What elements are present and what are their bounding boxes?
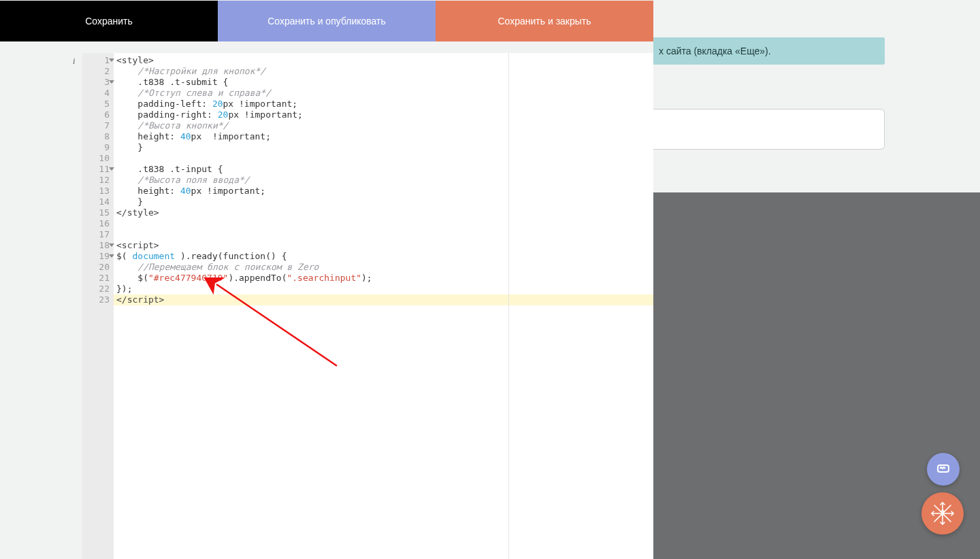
snowflake-help-icon: ? [930,501,956,526]
svg-text:?: ? [940,509,945,518]
line-number: 13 [82,186,110,197]
code-text: } [137,197,143,207]
line-number: 17 [82,229,110,240]
line-number: 7 [82,120,110,131]
line-number: 22 [82,284,110,294]
code-text: .t838 .t-input { [137,164,223,174]
save-close-button[interactable]: Сохранить и закрыть [436,1,653,41]
code-text: 20 [212,99,223,109]
chat-fab[interactable] [927,453,960,486]
code-text: height: [137,131,180,141]
info-hint-bar: х сайта (вкладка «Еще»). [653,37,885,65]
line-number: 8 [82,131,110,142]
editor-gutter: 1234567891011121314151617181920212223 [82,53,114,559]
code-text: /*Высота поля ввода*/ [137,175,249,185]
code-text: padding-right: [137,109,217,120]
code-text: "#rec477940719" [148,273,228,283]
save-button[interactable]: Сохранить [0,1,218,41]
code-text: </style> [116,207,159,218]
code-text: 40 [180,131,191,141]
action-toolbar: Сохранить Сохранить и опубликовать Сохра… [0,1,653,41]
code-text: padding-left: [137,99,212,109]
code-text: } [137,142,143,152]
line-number: 14 [82,197,110,207]
line-number: 5 [82,99,110,109]
code-editor[interactable]: 1234567891011121314151617181920212223 <s… [82,53,653,559]
code-text: $( [116,251,132,261]
chat-icon [935,461,951,477]
code-text: px !important; [191,131,271,141]
info-hint-text: х сайта (вкладка «Еще»). [659,46,771,56]
code-text: <script> [116,240,159,250]
code-text: <style> [116,55,154,65]
line-number: 21 [82,273,110,284]
line-number: 1 [82,55,110,66]
line-number: 4 [82,88,110,99]
code-text: 20 [218,109,229,120]
save-publish-button[interactable]: Сохранить и опубликовать [218,1,436,41]
editor-code[interactable]: <style> /*Настройки для кнопок*/ .t838 .… [114,53,653,559]
code-text: height: [137,186,180,196]
code-text: $( [137,273,148,283]
settings-input-outline[interactable] [653,109,885,150]
code-text: 40 [180,186,191,196]
code-text: px !important; [228,109,303,120]
code-text: .t838 .t-submit { [137,77,228,87]
code-text: px !important; [223,99,298,109]
code-text: ).appendTo( [228,273,287,283]
code-text: px !important; [191,186,266,196]
code-text: }); [116,284,132,294]
line-number: 9 [82,142,110,153]
line-number: 11 [82,164,110,175]
print-margin [508,53,509,559]
code-text: </script> [116,294,164,305]
help-fab[interactable]: ? [921,492,964,535]
line-number: 20 [82,262,110,273]
code-text: //Перемещаем блок с поиском в Zero [137,262,318,272]
line-number: 23 [82,294,110,305]
line-number: 19 [82,251,110,262]
line-number: 6 [82,109,110,120]
code-text: /*Высота кнопки*/ [137,120,228,131]
code-text: ); [361,273,372,283]
code-text: ".searchinput" [287,273,361,283]
line-number: 18 [82,240,110,251]
line-number: 16 [82,218,110,229]
code-text: /*Настройки для кнопок*/ [137,66,265,76]
line-number: 10 [82,153,110,164]
line-number: 3 [82,77,110,88]
code-text: ).ready(function() { [175,251,287,261]
line-number: 2 [82,66,110,77]
line-number: 15 [82,207,110,218]
code-text: document [132,251,175,261]
code-text: /*Отступ слева и справа*/ [137,88,271,98]
line-number: 12 [82,175,110,186]
